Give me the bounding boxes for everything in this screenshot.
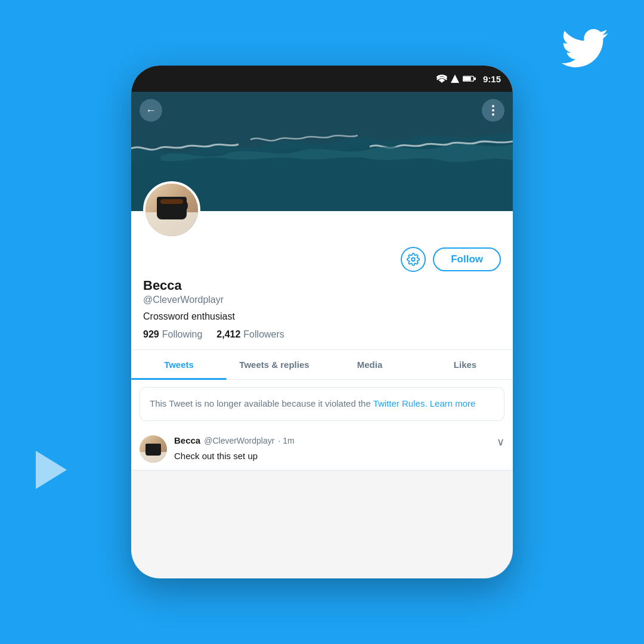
phone-frame: 9:15 ← bbox=[131, 66, 513, 578]
tweet-avatar-cup bbox=[145, 444, 161, 456]
profile-info: Becca @CleverWordplayr Crossword enthusi… bbox=[131, 272, 513, 349]
back-button[interactable]: ← bbox=[140, 99, 162, 122]
status-time: 9:15 bbox=[483, 74, 501, 84]
stats-row: 929 Following 2,412 Followers bbox=[143, 329, 501, 340]
avatar-coffee bbox=[160, 199, 183, 204]
dot-icon bbox=[492, 105, 494, 107]
tweet-header: Becca @CleverWordplayr · 1m ∨ bbox=[174, 435, 504, 448]
tweet-time: · 1m bbox=[278, 436, 294, 445]
profile-content: Follow Becca @CleverWordplayr Crossword … bbox=[131, 181, 513, 470]
actions-row: Follow bbox=[131, 239, 513, 272]
tab-tweets-replies[interactable]: Tweets & replies bbox=[227, 350, 322, 379]
tweet-text: Check out this set up bbox=[174, 450, 504, 462]
profile-tabs: Tweets Tweets & replies Media Likes bbox=[131, 349, 513, 380]
chevron-down-icon[interactable]: ∨ bbox=[497, 435, 504, 448]
followers-stat: 2,412 Followers bbox=[216, 329, 284, 340]
back-arrow-icon: ← bbox=[145, 105, 156, 116]
follow-button[interactable]: Follow bbox=[433, 247, 501, 271]
status-bar: 9:15 bbox=[131, 66, 513, 92]
dot-icon bbox=[492, 109, 494, 112]
gear-button[interactable] bbox=[401, 247, 426, 272]
svg-marker-0 bbox=[451, 75, 459, 83]
tab-media[interactable]: Media bbox=[322, 350, 417, 379]
tweet-avatar bbox=[140, 435, 167, 463]
signal-icon bbox=[451, 75, 459, 83]
followers-count: 2,412 bbox=[216, 329, 240, 340]
play-arrow-icon bbox=[36, 451, 67, 489]
battery-icon bbox=[463, 75, 476, 82]
tweet-notice-card: This Tweet is no longer available becaus… bbox=[140, 387, 504, 421]
tweet-meta: Becca @CleverWordplayr · 1m bbox=[174, 435, 295, 445]
following-label: Following bbox=[162, 329, 203, 340]
twitter-rules-link[interactable]: Twitter Rules. bbox=[373, 398, 428, 408]
status-icons bbox=[436, 75, 476, 83]
tweet-item[interactable]: Becca @CleverWordplayr · 1m ∨ Check out … bbox=[131, 428, 513, 470]
svg-rect-4 bbox=[463, 76, 471, 80]
tab-tweets[interactable]: Tweets bbox=[131, 350, 227, 379]
gear-icon bbox=[407, 253, 420, 266]
wifi-icon bbox=[436, 75, 447, 83]
learn-more-link[interactable]: Learn more bbox=[430, 398, 476, 408]
more-button[interactable] bbox=[482, 99, 504, 122]
bio: Crossword enthusiast bbox=[143, 311, 501, 322]
avatar-image bbox=[145, 184, 198, 236]
dot-icon bbox=[492, 113, 494, 116]
twitter-logo-icon bbox=[561, 29, 608, 67]
following-stat: 929 Following bbox=[143, 329, 202, 340]
tweet-author-name: Becca bbox=[174, 435, 200, 445]
username: @CleverWordplayr bbox=[143, 295, 501, 305]
tweet-body: Becca @CleverWordplayr · 1m ∨ Check out … bbox=[174, 435, 504, 463]
tweet-author-handle: @CleverWordplayr bbox=[204, 436, 274, 445]
followers-label: Followers bbox=[243, 329, 284, 340]
avatar-container bbox=[143, 181, 513, 239]
avatar bbox=[143, 181, 200, 239]
svg-rect-2 bbox=[474, 78, 476, 80]
tweet-notice-text: This Tweet is no longer available becaus… bbox=[150, 397, 494, 411]
tab-likes[interactable]: Likes bbox=[417, 350, 513, 379]
following-count: 929 bbox=[143, 329, 159, 340]
display-name: Becca bbox=[143, 278, 501, 293]
svg-point-6 bbox=[411, 258, 415, 261]
